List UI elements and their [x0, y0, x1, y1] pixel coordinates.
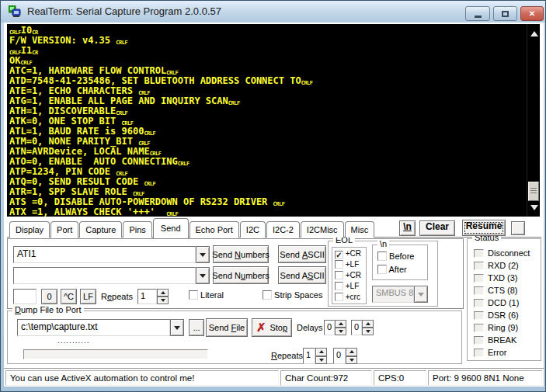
control-char-glyph: CRLF — [138, 140, 150, 147]
thumb-grip-icon — [530, 188, 537, 195]
dropdown-button[interactable] — [170, 319, 184, 336]
titlebar[interactable]: RealTerm: Serial Capture Program 2.0.0.5… — [1, 1, 545, 23]
tab[interactable]: Echo Port — [190, 221, 239, 238]
char-code-field[interactable] — [13, 289, 37, 304]
checkbox-icon[interactable]: ✓ — [335, 251, 343, 259]
dump-file-group: Dump File to Port c:\temp\capture.txt ..… — [7, 310, 462, 364]
terminal-display[interactable]: CRLFI0CR F/W VERSION: v4.35 CRLF CRLFI1C… — [7, 24, 527, 217]
led-icon — [474, 262, 484, 270]
repeats-label: Repeats — [101, 292, 133, 301]
stop-button[interactable]: ✗Stop — [252, 318, 292, 337]
control-char-glyph: CRLF — [166, 211, 178, 217]
send-ascii-button-1[interactable]: Send ASCII — [278, 245, 326, 263]
spin-down-icon[interactable] — [346, 356, 357, 365]
led-icon — [474, 274, 484, 283]
dump-file-combobox[interactable]: c:\temp\capture.txt — [17, 319, 184, 336]
newline-option[interactable]: Before — [377, 252, 427, 265]
literal-checkbox[interactable]: Literal — [189, 290, 224, 300]
terminal-scrollbar[interactable] — [527, 24, 540, 217]
terminal-line: CRLFI1CR — [9, 46, 527, 56]
dump-repeats-spinner[interactable]: 1 — [303, 348, 327, 364]
control-char-glyph: CRLF — [301, 80, 313, 86]
checkbox-icon[interactable] — [263, 290, 272, 300]
eol-option[interactable]: +CR — [335, 271, 366, 282]
send-zero-button[interactable]: 0 — [41, 289, 57, 304]
dump-file-path[interactable]: c:\temp\capture.txt — [17, 319, 170, 336]
spin-up-icon[interactable] — [362, 320, 374, 328]
send-numbers-button-1[interactable]: Send Numbers — [213, 245, 269, 263]
checkbox-icon[interactable] — [335, 282, 343, 290]
send-lf-button[interactable]: LF — [80, 289, 96, 304]
spin-up-icon[interactable] — [157, 289, 169, 297]
send-ascii-button-2[interactable]: Send ASCII — [278, 266, 326, 284]
newline-option[interactable]: After — [377, 265, 427, 278]
control-char-glyph: CRLF — [9, 29, 21, 36]
eol-option[interactable]: +LF — [335, 282, 366, 293]
dump-caption: Dump File to Port — [12, 305, 84, 314]
eol-option[interactable]: +crc — [335, 293, 366, 304]
eol-option[interactable]: ✓ +CR — [335, 249, 366, 260]
tab[interactable]: Display — [9, 221, 50, 238]
send-line1-combobox[interactable]: ATI1 — [13, 246, 210, 263]
send-line2-combobox[interactable] — [13, 267, 210, 284]
maximize-button[interactable] — [493, 6, 517, 21]
delay1-spinner[interactable]: 0 — [324, 320, 346, 335]
send-repeats-spinner[interactable]: 1 — [137, 289, 169, 304]
spin-up-icon[interactable] — [346, 348, 357, 356]
chevron-down-icon — [200, 253, 206, 257]
statusbar: You can use ActiveX automation to contro… — [4, 368, 544, 387]
dump-repeats2-spinner[interactable]: 0 — [333, 348, 357, 364]
clear-button[interactable]: Clear — [419, 220, 455, 236]
tab[interactable]: Pins — [123, 221, 151, 238]
delay2-spinner[interactable]: 0 — [351, 320, 374, 335]
newline-caption: \n — [377, 239, 389, 248]
checkbox-icon[interactable] — [377, 252, 387, 261]
tab[interactable]: Misc — [345, 221, 375, 238]
spin-down-icon[interactable] — [315, 356, 327, 365]
control-char-glyph: CRLF — [116, 40, 127, 46]
tab[interactable]: Send — [153, 218, 189, 238]
checkbox-icon[interactable] — [189, 290, 198, 300]
tab[interactable]: Port — [50, 221, 78, 238]
tab[interactable]: I2C — [240, 221, 266, 238]
control-char-glyph: CRLF — [166, 70, 178, 76]
scrollbar-thumb[interactable] — [528, 182, 539, 201]
send-numbers-button-2[interactable]: Send Numbers — [213, 266, 269, 284]
spin-down-icon[interactable] — [157, 297, 169, 304]
control-char-glyph: CRLF — [116, 110, 127, 116]
spin-down-icon[interactable] — [335, 328, 346, 335]
control-char-glyph: CRLF — [178, 161, 190, 167]
spin-up-icon[interactable] — [335, 320, 346, 328]
dropdown-button[interactable] — [196, 267, 210, 284]
control-char-glyph: CRLF — [144, 130, 155, 137]
strip-spaces-checkbox[interactable]: Strip Spaces — [263, 290, 322, 300]
tab[interactable]: I2C-2 — [266, 221, 300, 238]
control-char-glyph: CRLF — [150, 151, 162, 157]
control-char-glyph: CRLF — [228, 100, 240, 106]
scroll-down-icon[interactable] — [530, 205, 538, 210]
checkbox-icon[interactable] — [335, 293, 343, 301]
minimize-button[interactable] — [465, 6, 490, 21]
newline-button[interactable]: \n — [399, 220, 416, 236]
browse-button[interactable]: ... — [189, 319, 204, 336]
tab[interactable]: Capture — [79, 221, 122, 238]
eol-option[interactable]: +LF — [335, 260, 366, 271]
dropdown-button[interactable] — [196, 246, 210, 263]
control-char-glyph: CR — [32, 50, 37, 56]
send-file-button[interactable]: Send File — [206, 318, 248, 337]
spin-up-icon[interactable] — [315, 348, 327, 356]
checkbox-icon[interactable] — [335, 271, 343, 279]
checkbox-icon[interactable] — [335, 260, 343, 269]
send-line2-value[interactable] — [13, 267, 196, 284]
resume-button[interactable]: Resume — [462, 220, 506, 236]
spare-button[interactable] — [511, 221, 525, 235]
close-icon: ✕ — [529, 9, 535, 18]
statusbar-port: Port: 9 9600 8N1 None — [428, 370, 542, 386]
checkbox-icon[interactable] — [377, 265, 387, 274]
send-ctrl-c-button[interactable]: ^C — [61, 289, 77, 304]
spin-down-icon[interactable] — [362, 328, 374, 335]
send-line1-value[interactable]: ATI1 — [13, 246, 196, 263]
tab[interactable]: I2CMisc — [301, 221, 344, 238]
scroll-up-icon[interactable] — [530, 31, 538, 36]
close-button[interactable]: ✕ — [520, 6, 544, 21]
